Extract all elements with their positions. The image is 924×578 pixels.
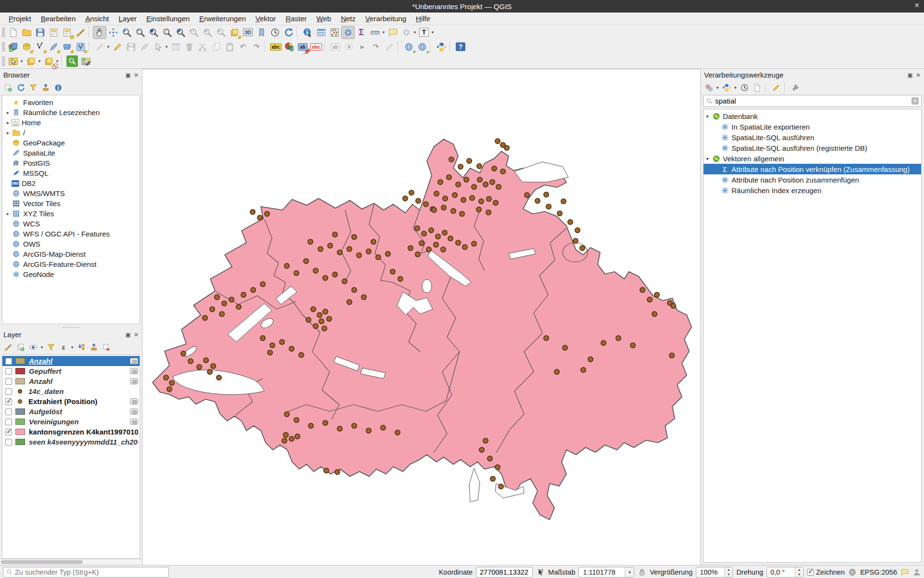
browser-item-wms[interactable]: WMS/WMTS — [2, 188, 140, 198]
alg-spatialite-sql[interactable]: SpatiaLite-SQL ausführen — [704, 132, 921, 143]
data-source-manager-button[interactable] — [6, 40, 20, 53]
filter-expression-dropdown[interactable]: ▾ — [70, 345, 75, 350]
redo-button[interactable]: ↷ — [250, 40, 263, 53]
new-geopackage-button[interactable]: ★ — [20, 40, 33, 53]
collapse-all-button[interactable] — [88, 342, 100, 353]
locator-search-input[interactable] — [15, 568, 166, 576]
browser-item-wfs[interactable]: WFS / OGC API - Features — [2, 229, 140, 239]
layer-row-kantonsgrenzen[interactable]: ✓ kantonsgrenzen K4kant19970101 — [2, 427, 140, 437]
browser-item-geopackage[interactable]: GeoPackage — [2, 138, 140, 148]
zoom-to-layer-button[interactable]: ▤ — [174, 26, 187, 39]
browser-float-button[interactable]: ▣ — [126, 72, 131, 79]
show-hide-labels-button[interactable] — [342, 40, 356, 53]
manage-map-themes-button[interactable] — [27, 342, 39, 353]
browser-filter-button[interactable] — [27, 82, 39, 93]
spatial-bookmarks-button[interactable] — [255, 26, 268, 39]
layer-swatch[interactable] — [15, 439, 25, 445]
menu-projekt[interactable]: Projekt — [4, 13, 36, 24]
map-themes-dropdown[interactable]: ▾ — [39, 345, 44, 350]
clear-search-icon[interactable]: ✕ — [911, 97, 919, 105]
news-icon[interactable] — [912, 568, 921, 577]
models-dropdown[interactable]: ▾ — [715, 85, 720, 90]
spin-up-icon[interactable]: ▲ — [725, 567, 732, 572]
group-vektoren-allgemein[interactable]: ▾ Vektoren allgemein — [704, 153, 921, 164]
annotation-dropdown[interactable]: ▾ — [412, 30, 417, 35]
zoom-full-button[interactable]: ▣ — [147, 26, 160, 39]
menu-web[interactable]: Web — [312, 13, 336, 24]
layer-checkbox[interactable] — [5, 439, 12, 446]
layer-row-anzahl-2[interactable]: Anzahl — [2, 376, 140, 386]
add-group-button[interactable] — [15, 342, 26, 353]
filter-legend-button[interactable] — [45, 342, 57, 353]
alg-spatialite-export[interactable]: In SpatiaLite exportieren — [704, 121, 921, 132]
layer-row-vereinigungen[interactable]: Vereinigungen — [2, 417, 140, 427]
layer-checkbox[interactable]: ✓ — [5, 429, 12, 435]
layers-horizontal-scrollbar[interactable] — [0, 559, 142, 565]
filter-expression-button[interactable]: ε — [58, 342, 69, 353]
menu-netz[interactable]: Netz — [336, 13, 360, 24]
new-spatialite-button[interactable]: ★ — [47, 40, 60, 53]
digitize-curve-button[interactable] — [138, 40, 151, 53]
layer-swatch[interactable] — [15, 429, 25, 435]
layer-checkbox[interactable] — [5, 388, 12, 395]
new-mesh-layer-button[interactable]: ★ — [60, 40, 74, 53]
group-datenbank[interactable]: ▾ Datenbank — [704, 111, 921, 121]
toggle-editing-button[interactable] — [111, 40, 124, 53]
layer-swatch[interactable] — [15, 378, 25, 384]
select-by-value-button[interactable]: ⃠ — [42, 55, 55, 68]
layer-point-symbol[interactable] — [18, 389, 22, 394]
highlight-pinned-labels-button[interactable]: abc — [309, 40, 323, 53]
pin-labels-button[interactable]: ab📌 — [296, 40, 309, 53]
menu-ansicht[interactable]: Ansicht — [80, 13, 114, 24]
menu-hilfe[interactable]: Hilfe — [411, 13, 435, 24]
new-virtual-layer-button[interactable]: ★ — [74, 40, 87, 53]
layer-diagram-button[interactable] — [282, 40, 296, 53]
menu-vektor[interactable]: Vektor — [251, 13, 281, 24]
expand-arrow-icon[interactable]: ▸ — [4, 130, 12, 135]
browser-item-xyztiles[interactable]: ▸XYZ Tiles — [2, 209, 140, 219]
map-canvas[interactable] — [142, 69, 700, 565]
crs-globe-icon[interactable] — [848, 568, 857, 577]
zoom-in-button[interactable]: + — [120, 26, 133, 39]
map-tips-button[interactable] — [386, 26, 399, 39]
python-console-button[interactable] — [435, 40, 448, 53]
new-print-layout-button[interactable] — [47, 26, 60, 39]
browser-item-arcgis-map[interactable]: ArcGIS-Map-Dienst — [2, 249, 140, 259]
layers-close-button[interactable]: ✕ — [134, 331, 139, 338]
menu-verarbeitung[interactable]: Verarbeitung — [360, 13, 411, 24]
layer-row-extrahiert[interactable]: ✓ Extrahiert (Position) — [2, 396, 140, 407]
alg-join-by-location[interactable]: Attribute nach Position zusammenfügen — [704, 174, 921, 185]
expand-arrow-icon[interactable]: ▸ — [4, 120, 12, 125]
cut-features-button[interactable] — [196, 40, 209, 53]
browser-item-home[interactable]: ▸⌂Home — [2, 118, 140, 128]
metasearch-add-button[interactable]: + — [402, 40, 415, 53]
text-annotation-button[interactable]: T — [417, 26, 431, 39]
browser-item-root[interactable]: ▸/ — [2, 128, 140, 138]
history-button[interactable] — [739, 82, 750, 93]
new-project-button[interactable] — [6, 26, 20, 39]
zoom-out-button[interactable]: − — [133, 26, 147, 39]
menu-raster[interactable]: Raster — [281, 13, 311, 24]
deselect-button[interactable] — [24, 55, 38, 68]
refresh-map-button[interactable] — [282, 26, 295, 39]
mouse-position-icon[interactable] — [536, 568, 545, 577]
move-label-diagram-button[interactable]: ▸ — [356, 40, 369, 53]
layers-float-button[interactable]: ▣ — [126, 331, 131, 338]
results-viewer-button[interactable] — [751, 82, 763, 93]
layer-swatch[interactable] — [15, 408, 25, 415]
layer-row-gepuffert[interactable]: Gepuffert — [2, 366, 140, 376]
lock-scale-icon[interactable] — [638, 568, 646, 577]
rotate-label-button[interactable]: ↷ — [369, 40, 383, 53]
layer-checkbox[interactable] — [5, 378, 12, 385]
browser-item-vectortiles[interactable]: Vector Tiles — [2, 198, 140, 209]
expand-all-button[interactable] — [76, 342, 87, 353]
edit-features-in-place-button[interactable] — [770, 82, 782, 93]
vertex-tool-dropdown[interactable]: ▾ — [164, 44, 169, 49]
toolbar-handle[interactable] — [2, 42, 5, 52]
layer-point-symbol[interactable] — [18, 399, 22, 404]
browser-item-arcgis-feature[interactable]: ArcGIS-Feature-Dienst — [2, 259, 140, 269]
models-button[interactable] — [703, 82, 715, 93]
scale-dropdown-icon[interactable]: ▾ — [625, 567, 634, 577]
delete-selected-button[interactable] — [182, 40, 196, 53]
locator-search[interactable] — [3, 567, 169, 578]
